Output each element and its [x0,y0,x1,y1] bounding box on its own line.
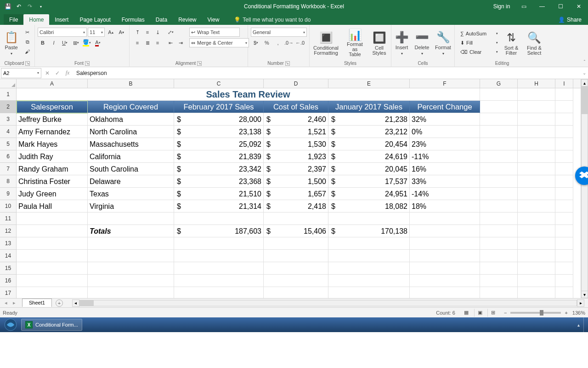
cell-empty[interactable] [555,200,573,213]
pct-cell[interactable]: 0% [410,126,480,138]
start-button[interactable] [2,318,19,331]
cell-empty[interactable] [555,262,573,275]
jan-cell[interactable]: $17,537 [328,175,410,188]
header-cell-1[interactable]: Region Covered [88,101,174,113]
cell-empty[interactable] [17,250,88,262]
expand-formula-bar-icon[interactable]: ⌄ [581,70,588,75]
jan-cell[interactable]: $20,045 [328,163,410,175]
cell-empty[interactable] [555,250,573,262]
cell-empty[interactable] [88,287,174,298]
cell-empty[interactable] [480,213,518,225]
cell-empty[interactable] [88,213,174,225]
header-cell-2[interactable]: February 2017 Sales [174,101,264,113]
cell-empty[interactable] [328,287,410,298]
col-header-D[interactable]: D [264,79,328,88]
cell-empty[interactable] [328,213,410,225]
cell-empty[interactable] [518,287,555,298]
region-cell[interactable]: North Carolina [88,126,174,138]
maximize-icon[interactable]: ☐ [551,0,570,13]
name-cell[interactable]: Christina Foster [17,175,88,188]
number-format-combo[interactable]: General▾ [251,28,307,37]
col-header-I[interactable]: I [555,79,573,88]
tab-formulas[interactable]: Formulas [116,14,150,25]
pct-cell[interactable]: -11% [410,150,480,163]
row-header-10[interactable]: 10 [0,200,17,213]
alignment-dialog-launcher[interactable]: ↘ [197,61,202,66]
cut-icon[interactable]: ✂ [23,28,33,37]
cell-empty[interactable] [555,287,573,298]
insert-cells-button[interactable]: ➕Insert▾ [393,28,411,58]
header-cell-0[interactable]: Salesperson [17,101,88,113]
tab-file[interactable]: File [4,14,23,25]
region-cell[interactable]: Delaware [88,175,174,188]
zoom-slider[interactable] [510,312,561,314]
close-icon[interactable]: ✕ [570,0,588,13]
col-header-F[interactable]: F [410,79,480,88]
scroll-right-icon[interactable]: ▸ [577,299,584,307]
cell-empty[interactable] [174,287,264,298]
cell-empty[interactable] [480,163,518,175]
feb-cell[interactable]: $25,092 [174,138,264,150]
cell-empty[interactable] [264,250,328,262]
minimize-icon[interactable]: — [533,0,551,13]
cell-empty[interactable] [555,126,573,138]
formula-input[interactable]: Salesperson [73,70,581,76]
cell-empty[interactable] [410,275,480,287]
cell-empty[interactable] [17,262,88,275]
cell-empty[interactable] [17,287,88,298]
zoom-in-icon[interactable]: + [565,310,567,316]
name-cell[interactable]: Jeffrey Burke [17,113,88,126]
cost-cell[interactable]: $2,418 [264,200,328,213]
vscroll-thumb[interactable] [582,86,588,114]
cell-empty[interactable] [174,262,264,275]
select-all-triangle[interactable] [0,79,17,88]
cell-empty[interactable] [480,101,518,113]
cell-empty[interactable] [264,275,328,287]
underline-button[interactable]: U▾ [60,38,70,47]
scroll-left-icon[interactable]: ◂ [72,299,79,307]
qat-customize-icon[interactable]: ▾ [36,1,46,12]
sign-in-link[interactable]: Sign in [492,0,511,13]
cell-empty[interactable] [17,237,88,250]
increase-font-icon[interactable]: A▴ [106,28,115,37]
pct-cell[interactable]: 23% [410,138,480,150]
cell-empty[interactable] [555,275,573,287]
jan-cell[interactable]: $20,454 [328,138,410,150]
zoom-out-icon[interactable]: − [504,310,507,316]
cost-cell[interactable]: $2,460 [264,113,328,126]
cell-empty[interactable] [555,138,573,150]
cell-empty[interactable] [88,262,174,275]
totals-jan[interactable]: $170,138 [328,225,410,237]
row-header-11[interactable]: 11 [0,213,17,225]
pct-cell[interactable]: 18% [410,200,480,213]
row-header-9[interactable]: 9 [0,188,17,200]
decrease-decimal-icon[interactable]: ←.0 [295,38,305,47]
name-cell[interactable]: Judith Ray [17,150,88,163]
cell-empty[interactable] [480,138,518,150]
pct-cell[interactable]: 32% [410,113,480,126]
tab-data[interactable]: Data [150,14,173,25]
cell-empty[interactable] [480,250,518,262]
decrease-indent-icon[interactable]: ⇤ [165,38,175,47]
row-header-4[interactable]: 4 [0,126,17,138]
cell-empty[interactable] [518,250,555,262]
cell-empty[interactable] [264,213,328,225]
ribbon-display-icon[interactable]: ▭ [514,0,533,13]
cell-empty[interactable] [480,262,518,275]
header-cell-3[interactable]: Cost of Sales [264,101,328,113]
increase-indent-icon[interactable]: ⇥ [175,38,186,47]
cell-empty[interactable] [17,213,88,225]
orientation-icon[interactable]: ⤢▾ [165,28,175,37]
header-cell-5[interactable]: Percent Change [410,101,480,113]
jan-cell[interactable]: $24,619 [328,150,410,163]
cell-empty[interactable] [518,138,555,150]
cell-empty[interactable] [328,250,410,262]
jan-cell[interactable]: $18,082 [328,200,410,213]
cell-empty[interactable] [518,126,555,138]
enter-formula-icon[interactable]: ✓ [52,68,62,78]
accounting-format-icon[interactable]: $▾ [251,38,261,47]
normal-view-icon[interactable]: ▦ [461,309,473,317]
cell-empty[interactable] [555,101,573,113]
format-cells-button[interactable]: 🔧Format▾ [433,28,453,58]
share-button[interactable]: 👤 Share [552,15,588,25]
